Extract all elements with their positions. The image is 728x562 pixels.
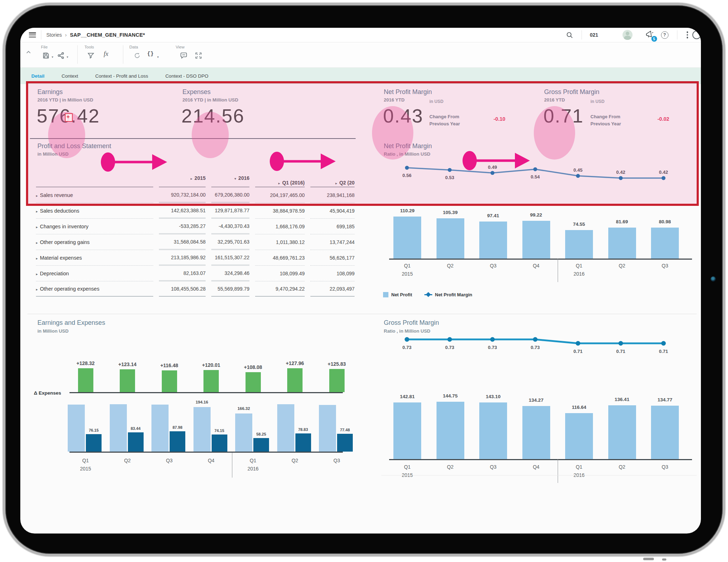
pnl-value-cell[interactable]: 9,470,294.22 — [255, 281, 305, 297]
line-data-point[interactable] — [661, 341, 666, 346]
pnl-value-cell[interactable]: 56,626,177 — [310, 250, 355, 266]
line-data-point[interactable] — [576, 341, 580, 346]
share-icon[interactable] — [57, 52, 64, 61]
earnings-expenses-chart[interactable]: Δ Expenses +128.32+123.14+116.48+120.01+… — [27, 316, 366, 494]
pnl-column-header[interactable]: ▸Q1 (2016) — [255, 167, 305, 187]
pnl-value-cell[interactable]: 142,623,388.51 — [159, 203, 206, 219]
pnl-value-cell[interactable]: 108,099 — [310, 266, 355, 281]
line-data-point[interactable] — [662, 176, 666, 180]
bar[interactable] — [437, 402, 464, 459]
pnl-value-cell[interactable]: 48,669,761.23 — [255, 250, 305, 266]
line-data-point[interactable] — [405, 337, 409, 342]
bar[interactable] — [651, 228, 679, 259]
legend-label[interactable]: Net Profit Margin — [435, 292, 473, 297]
line-data-point[interactable] — [533, 167, 537, 171]
calculations-dropdown-icon[interactable]: ▾ — [157, 55, 159, 59]
pnl-row-label[interactable]: ▸Depreciation — [36, 266, 153, 281]
collapse-toolbar-icon[interactable] — [26, 49, 31, 55]
breadcrumb-stories[interactable]: Stories — [46, 32, 62, 38]
npm-line-chart[interactable]: 0.560.530.490.540.450.420.42 — [382, 159, 697, 202]
delta-bar[interactable] — [246, 372, 261, 392]
pnl-row-label[interactable]: ▸Material expenses — [36, 250, 153, 266]
search-input[interactable]: 021 — [590, 32, 598, 38]
delta-bar[interactable] — [329, 369, 345, 392]
search-icon[interactable] — [566, 32, 573, 38]
filter-icon[interactable] — [87, 52, 94, 61]
delta-bar[interactable] — [287, 368, 303, 392]
pnl-value-cell[interactable]: 213,185,986.92 — [159, 250, 206, 266]
line-data-point[interactable] — [448, 168, 452, 172]
bar[interactable] — [522, 406, 550, 459]
expenses-bar[interactable] — [86, 434, 102, 452]
pnl-value-cell[interactable]: 45,904,419 — [310, 203, 355, 219]
pnl-row-label[interactable]: ▸Sales revenue — [36, 187, 153, 203]
calculations-icon[interactable]: {} — [147, 51, 154, 57]
pnl-row-label[interactable]: ▸Changes in inventory — [36, 219, 153, 234]
formula-icon[interactable]: fx — [104, 50, 108, 58]
legend-label[interactable]: Net Profit — [391, 292, 412, 297]
pnl-value-cell[interactable]: 82,163.07 — [159, 266, 206, 281]
bar[interactable] — [565, 230, 593, 259]
pnl-value-cell[interactable]: 1,011,380.12 — [255, 234, 305, 250]
pnl-value-cell[interactable]: 55,569,899.79 — [211, 281, 249, 297]
expenses-bar[interactable] — [170, 431, 185, 452]
pnl-row-label[interactable]: ▸Sales deductions — [36, 203, 153, 219]
expenses-bar[interactable] — [128, 432, 144, 452]
gross-profit-bar-chart[interactable]: 142.81Q1144.75Q2143.10Q3134.27Q4116.64Q1… — [382, 391, 697, 498]
pnl-row-label[interactable]: ▸Other operating expenses — [36, 281, 153, 297]
avatar[interactable] — [623, 30, 633, 40]
expand-triangle-icon[interactable]: ▸ — [36, 287, 38, 291]
bar[interactable] — [479, 222, 507, 259]
pnl-value-cell[interactable]: 204,197,465.00 — [255, 187, 305, 203]
pnl-value-cell[interactable]: -4,430,370.43 — [211, 219, 249, 234]
pnl-column-header[interactable]: ▸2015 — [159, 167, 206, 187]
pnl-value-cell[interactable]: 108,099.49 — [255, 266, 305, 281]
expand-triangle-icon[interactable]: ▸ — [36, 225, 38, 229]
expenses-bar[interactable] — [295, 433, 311, 452]
expand-triangle-icon[interactable]: ▸ — [36, 209, 38, 213]
pnl-value-cell[interactable]: 324,298.46 — [211, 266, 249, 281]
delta-bar[interactable] — [120, 369, 135, 392]
delta-bar[interactable] — [203, 370, 219, 392]
delta-bar[interactable] — [78, 368, 93, 392]
pnl-value-cell[interactable]: 129,871,878.77 — [211, 203, 249, 219]
bar[interactable] — [437, 218, 464, 259]
line-data-point[interactable] — [619, 341, 623, 346]
expenses-bar[interactable] — [337, 434, 353, 452]
share-dropdown-icon[interactable]: ▾ — [67, 55, 68, 59]
pnl-value-cell[interactable]: -533,285.27 — [159, 219, 206, 234]
line-data-point[interactable] — [405, 166, 409, 170]
expand-triangle-icon[interactable]: ▸ — [335, 181, 337, 185]
gpm-line-chart[interactable]: 0.730.730.730.730.710.710.71 — [382, 332, 697, 364]
expand-triangle-icon[interactable]: ▸ — [36, 241, 38, 245]
pnl-column-header[interactable]: ▾2016 — [211, 167, 249, 187]
fullscreen-icon[interactable] — [195, 52, 202, 61]
bar[interactable] — [393, 217, 421, 259]
expand-triangle-icon[interactable]: ▸ — [36, 272, 38, 276]
pnl-value-cell[interactable]: 108,455,506.28 — [159, 281, 206, 297]
bar[interactable] — [565, 413, 593, 459]
pnl-row-label[interactable]: ▸Other operating gains — [36, 234, 153, 250]
announcements-button[interactable]: 5 — [645, 30, 654, 40]
line-data-point[interactable] — [533, 337, 538, 342]
pnl-value-cell[interactable]: 13,747,244 — [310, 234, 355, 250]
save-dropdown-icon[interactable]: ▾ — [52, 55, 53, 59]
pnl-value-cell[interactable]: 679,206,380.00 — [211, 187, 249, 203]
save-icon[interactable] — [42, 52, 50, 61]
more-options-icon[interactable] — [687, 31, 688, 38]
pnl-value-cell[interactable]: 699,185 — [310, 219, 355, 234]
expand-triangle-icon[interactable]: ▸ — [36, 256, 38, 260]
bar[interactable] — [608, 405, 636, 459]
bar[interactable] — [393, 402, 421, 459]
pnl-column-header[interactable]: ▸Q2 (20 — [310, 167, 355, 187]
line-data-point[interactable] — [448, 337, 452, 342]
bar[interactable] — [651, 406, 679, 459]
bar[interactable] — [608, 228, 636, 259]
pnl-value-cell[interactable]: 38,884,978.59 — [255, 203, 305, 219]
pnl-value-cell[interactable]: 1,668,176.09 — [255, 219, 305, 234]
net-profit-bar-chart[interactable]: 110.29Q1105.39Q297.41Q399.22Q474.55Q181.… — [382, 202, 697, 291]
delta-bar[interactable] — [162, 370, 177, 392]
collapse-triangle-icon[interactable]: ▾ — [234, 177, 236, 181]
bar[interactable] — [479, 402, 507, 459]
pnl-value-cell[interactable]: 161,515,307.22 — [211, 250, 249, 266]
